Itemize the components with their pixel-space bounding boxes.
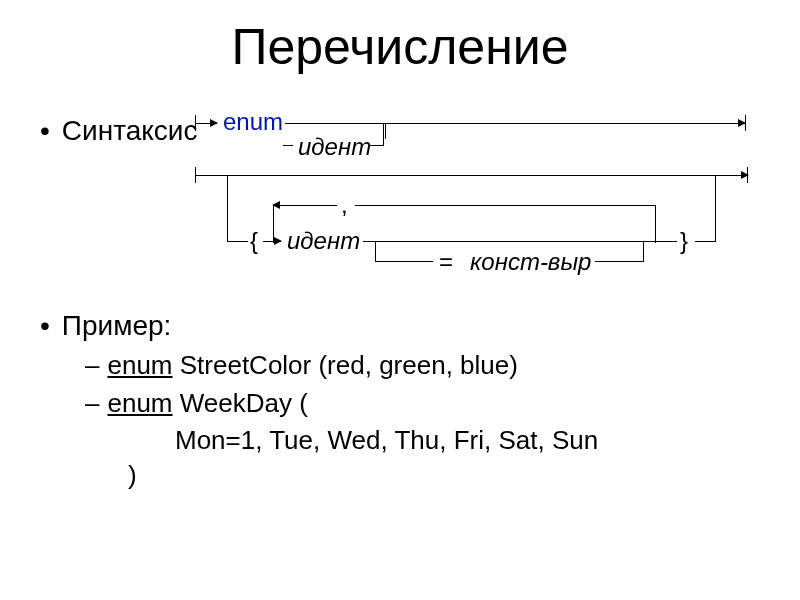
- bullet-syntax: Синтаксис: [40, 115, 197, 147]
- rail-tick: [227, 175, 228, 241]
- keyword-enum: enum: [223, 108, 283, 136]
- rail-line: [375, 261, 433, 262]
- example-weekday-close: ): [128, 460, 137, 491]
- syntax-diagram: enum идент { , идент: [195, 105, 765, 295]
- token-equals: =: [439, 248, 453, 276]
- rail-tick: [385, 123, 386, 139]
- rail-line: [227, 241, 248, 242]
- rail-arrow: [263, 241, 281, 242]
- token-close-brace: }: [680, 227, 688, 255]
- rail-arrow: [195, 175, 748, 176]
- rail-line: [283, 145, 293, 146]
- example-weekday-head: WeekDay (: [173, 388, 308, 418]
- example-weekday-values: Mon=1, Tue, Wed, Thu, Fri, Sat, Sun: [175, 425, 598, 456]
- rail-tick: [383, 123, 384, 145]
- bullet-example: Пример:: [40, 310, 171, 342]
- rail-tick: [655, 205, 656, 243]
- rail-line: [370, 145, 384, 146]
- keyword-enum-underline: enum: [107, 388, 172, 418]
- rail-tick: [745, 115, 746, 131]
- nonterminal-ident-2: идент: [287, 227, 360, 255]
- rail-tick: [195, 167, 196, 183]
- dash-icon: –: [85, 388, 99, 418]
- token-comma: ,: [341, 191, 348, 219]
- rail-line: [595, 261, 644, 262]
- example-weekday: –enum WeekDay (: [85, 388, 308, 419]
- rail-arrow: [195, 123, 217, 124]
- rail-tick: [643, 241, 644, 261]
- slide-title: Перечисление: [0, 18, 800, 76]
- rail-line: [355, 205, 655, 206]
- rail-line: [285, 123, 575, 124]
- rail-tick: [375, 241, 376, 261]
- nonterminal-const-expr: конст-выр: [470, 248, 591, 276]
- rail-line: [655, 241, 677, 242]
- example-streetcolor: –enum StreetColor (red, green, blue): [85, 350, 518, 381]
- rail-line: [363, 241, 655, 242]
- rail-line: [695, 241, 716, 242]
- token-open-brace: {: [250, 227, 258, 255]
- rail-tick: [747, 167, 748, 183]
- example-streetcolor-text: StreetColor (red, green, blue): [173, 350, 518, 380]
- nonterminal-ident: идент: [298, 133, 371, 161]
- rail-tick: [195, 115, 196, 131]
- keyword-enum-underline: enum: [107, 350, 172, 380]
- slide: Перечисление Синтаксис enum идент {: [0, 0, 800, 600]
- dash-icon: –: [85, 350, 99, 380]
- rail-arrow: [575, 123, 745, 124]
- rail-arrow: [273, 205, 337, 206]
- rail-tick: [715, 175, 716, 241]
